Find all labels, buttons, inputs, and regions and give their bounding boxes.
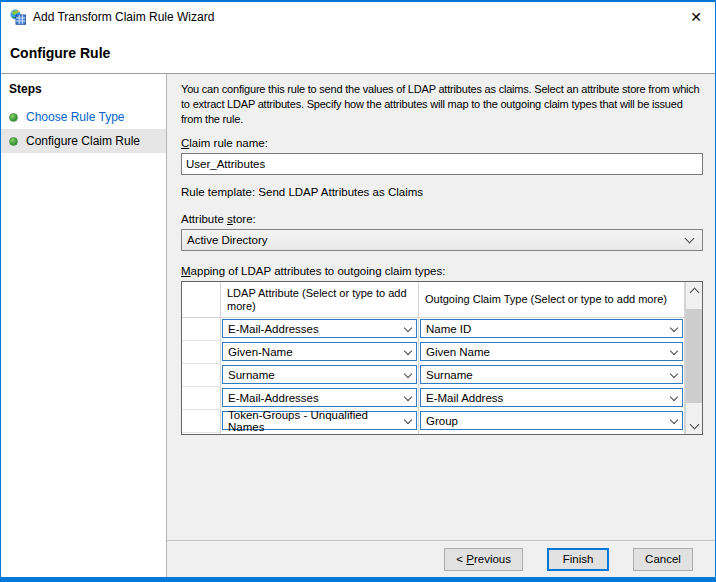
ldap-attribute-combo[interactable]: Given-Name bbox=[222, 342, 417, 361]
table-cell: Surname bbox=[221, 364, 419, 387]
outgoing-claim-combo[interactable]: E-Mail Address bbox=[420, 388, 683, 407]
table-cell: Name ID bbox=[419, 318, 685, 341]
chevron-down-icon bbox=[404, 346, 412, 354]
ldap-attribute-combo[interactable]: Surname bbox=[222, 365, 417, 384]
claim-rule-name-label: Claim rule name: bbox=[181, 137, 703, 149]
chevron-down-icon bbox=[670, 392, 678, 400]
sidebar-item-choose-rule-type[interactable]: Choose Rule Type bbox=[1, 105, 166, 129]
wizard-app-icon bbox=[10, 9, 26, 25]
chevron-down-icon bbox=[404, 323, 412, 331]
chevron-down-icon bbox=[404, 415, 412, 423]
wizard-page-header: Configure Rule bbox=[1, 32, 715, 74]
steps-sidebar: Steps Choose Rule Type Configure Claim R… bbox=[1, 74, 167, 577]
sidebar-item-configure-claim-rule[interactable]: Configure Claim Rule bbox=[1, 129, 166, 153]
chevron-down-icon bbox=[404, 369, 412, 377]
finish-button[interactable]: Finish bbox=[547, 548, 609, 571]
scroll-down-button[interactable] bbox=[686, 417, 702, 434]
chevron-down-icon bbox=[689, 419, 699, 429]
ldap-attribute-combo[interactable]: E-Mail-Addresses bbox=[222, 388, 417, 407]
ldap-attribute-combo[interactable]: Token-Groups - Unqualified Names bbox=[222, 411, 417, 430]
mapping-table-label: Mapping of LDAP attributes to outgoing c… bbox=[181, 265, 703, 277]
table-cell: Surname bbox=[419, 364, 685, 387]
row-selector[interactable] bbox=[182, 433, 221, 435]
attribute-store-select[interactable]: Active Directory bbox=[181, 229, 703, 251]
window-title: Add Transform Claim Rule Wizard bbox=[33, 10, 214, 24]
outgoing-claim-column-header: Outgoing Claim Type (Select or type to a… bbox=[419, 282, 685, 318]
steps-heading: Steps bbox=[1, 80, 166, 105]
close-icon[interactable]: ✕ bbox=[683, 5, 709, 29]
attribute-store-value: Active Directory bbox=[187, 234, 268, 246]
ldap-mapping-table: LDAP Attribute (Select or type to add mo… bbox=[181, 281, 703, 435]
row-selector[interactable] bbox=[182, 318, 221, 341]
outgoing-claim-combo[interactable]: Name ID bbox=[420, 319, 683, 338]
chevron-up-icon bbox=[689, 287, 699, 297]
cancel-button[interactable]: Cancel bbox=[633, 548, 693, 571]
outgoing-claim-combo[interactable]: Group bbox=[420, 411, 683, 430]
row-selector[interactable] bbox=[182, 387, 221, 410]
scroll-up-button[interactable] bbox=[686, 282, 702, 299]
partial-row-cell bbox=[419, 433, 685, 435]
ldap-attribute-column-header: LDAP Attribute (Select or type to add mo… bbox=[221, 282, 419, 318]
claim-rule-name-input[interactable] bbox=[181, 153, 703, 175]
step-label[interactable]: Choose Rule Type bbox=[26, 110, 125, 124]
chevron-down-icon bbox=[670, 346, 678, 354]
chevron-down-icon bbox=[670, 415, 678, 423]
table-scrollbar[interactable] bbox=[685, 282, 702, 434]
scrollbar-thumb[interactable] bbox=[686, 309, 702, 403]
table-cell: E-Mail Address bbox=[419, 387, 685, 410]
title-bar[interactable]: Add Transform Claim Rule Wizard ✕ bbox=[1, 2, 715, 32]
table-cell: Given Name bbox=[419, 341, 685, 364]
step-label: Configure Claim Rule bbox=[26, 134, 140, 148]
chevron-down-icon bbox=[404, 392, 412, 400]
rule-template-text: Rule template: Send LDAP Attributes as C… bbox=[181, 186, 703, 198]
chevron-down-icon bbox=[670, 369, 678, 377]
table-cell: E-Mail-Addresses bbox=[221, 318, 419, 341]
attribute-store-label: Attribute store: bbox=[181, 213, 703, 225]
table-cell: E-Mail-Addresses bbox=[221, 387, 419, 410]
configure-rule-panel: You can configure this rule to send the … bbox=[167, 74, 715, 540]
chevron-down-icon bbox=[685, 234, 695, 244]
rule-description: You can configure this rule to send the … bbox=[181, 82, 703, 127]
ldap-attribute-combo[interactable]: E-Mail-Addresses bbox=[222, 319, 417, 338]
wizard-button-bar: < Previous Finish Cancel bbox=[167, 540, 715, 577]
table-cell: Given-Name bbox=[221, 341, 419, 364]
table-cell: Token-Groups - Unqualified Names bbox=[221, 410, 419, 433]
row-selector-header-cell bbox=[182, 282, 221, 318]
row-selector[interactable] bbox=[182, 364, 221, 387]
wizard-window: Add Transform Claim Rule Wizard ✕ Config… bbox=[0, 0, 716, 582]
row-selector[interactable] bbox=[182, 341, 221, 364]
chevron-down-icon bbox=[670, 323, 678, 331]
step-bullet-icon bbox=[9, 113, 18, 122]
outgoing-claim-combo[interactable]: Given Name bbox=[420, 342, 683, 361]
step-bullet-icon bbox=[9, 137, 18, 146]
page-title: Configure Rule bbox=[10, 45, 110, 61]
table-cell: Group bbox=[419, 410, 685, 433]
previous-button[interactable]: < Previous bbox=[444, 548, 523, 571]
row-selector[interactable] bbox=[182, 410, 221, 433]
outgoing-claim-combo[interactable]: Surname bbox=[420, 365, 683, 384]
partial-row-cell bbox=[221, 433, 419, 435]
